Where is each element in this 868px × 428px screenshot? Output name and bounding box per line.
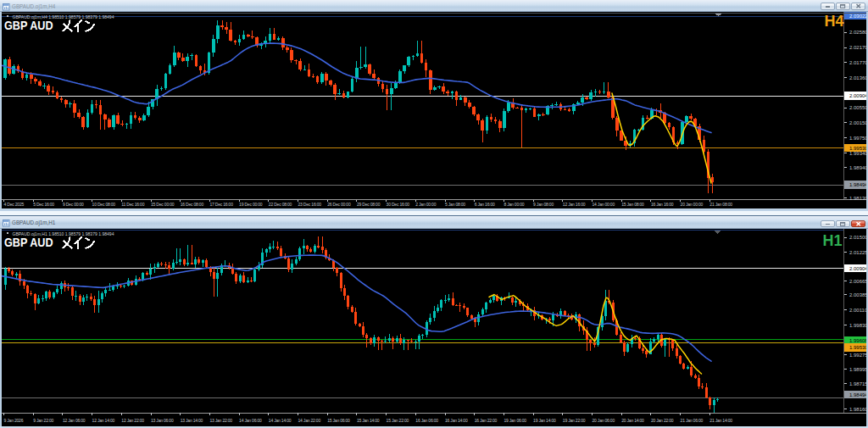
svg-text:12 Jan 14:00: 12 Jan 14:00	[92, 418, 115, 423]
svg-text:20 Jan 22:00: 20 Jan 22:00	[651, 418, 674, 423]
svg-text:1.99275: 1.99275	[849, 352, 866, 357]
svg-text:H1: H1	[822, 231, 842, 248]
svg-text:1.99530: 1.99530	[849, 146, 866, 151]
svg-text:9 Jan 2026: 9 Jan 2026	[4, 418, 24, 423]
svg-text:19 Jan 06:00: 19 Jan 06:00	[504, 418, 526, 423]
svg-text:12 Jan 06:00: 12 Jan 06:00	[63, 418, 86, 423]
svg-text:5 Dec 16:00: 5 Dec 16:00	[33, 202, 54, 207]
svg-text:2.00665: 2.00665	[849, 278, 866, 283]
svg-text:5 Jan 08:00: 5 Jan 08:00	[445, 202, 465, 207]
svg-text:2.03022: 2.03022	[849, 14, 866, 19]
svg-text:13 Jan 22:00: 13 Jan 22:00	[209, 418, 232, 423]
svg-text:15 Jan 14:00: 15 Jan 14:00	[357, 418, 380, 423]
svg-text:2.01500: 2.01500	[849, 235, 866, 240]
svg-text:1.98995: 1.98995	[849, 366, 866, 371]
svg-text:14 Jan 00:00: 14 Jan 00:00	[593, 202, 615, 207]
svg-text:4 Dec 2025: 4 Dec 2025	[4, 202, 25, 207]
svg-text:1.98494: 1.98494	[849, 392, 866, 397]
svg-text:2.01360: 2.01360	[849, 75, 866, 81]
svg-text:8 Jan 00:00: 8 Jan 00:00	[504, 202, 524, 207]
svg-text:19 Jan 22:00: 19 Jan 22:00	[563, 418, 586, 423]
svg-text:23 Dec 16:00: 23 Dec 16:00	[298, 202, 322, 207]
svg-text:2.01770: 2.01770	[849, 60, 866, 65]
svg-text:14 Jan 22:00: 14 Jan 22:00	[298, 418, 321, 423]
svg-text:H4: H4	[824, 13, 843, 30]
svg-text:1.98940: 1.98940	[849, 165, 866, 170]
svg-text:2.01225: 2.01225	[849, 249, 866, 254]
svg-text:16 Jan 16:00: 16 Jan 16:00	[651, 202, 674, 207]
svg-text:2 Jan 00:00: 2 Jan 00:00	[415, 202, 436, 207]
svg-text:9 Jan 22:00: 9 Jan 22:00	[33, 418, 53, 423]
svg-text:1.99750: 1.99750	[849, 136, 866, 141]
svg-text:2.00385: 2.00385	[849, 292, 866, 297]
svg-text:16 Jan 14:00: 16 Jan 14:00	[445, 418, 468, 423]
svg-text:9 Jan 08:00: 9 Jan 08:00	[533, 202, 554, 207]
svg-text:6 Jan 16:00: 6 Jan 16:00	[475, 202, 495, 207]
svg-text:2.00904: 2.00904	[849, 93, 866, 98]
svg-text:13 Jan 06:00: 13 Jan 06:00	[151, 418, 174, 423]
svg-text:15 Jan 06:00: 15 Jan 06:00	[327, 418, 350, 423]
svg-text:13 Jan 14:00: 13 Jan 14:00	[181, 418, 203, 423]
svg-text:19 Jan 14:00: 19 Jan 14:00	[533, 418, 556, 423]
svg-text:17 Dec 16:00: 17 Dec 16:00	[209, 202, 233, 207]
svg-text:GBP AUD: GBP AUD	[4, 18, 53, 32]
svg-text:2.00110: 2.00110	[849, 307, 866, 312]
svg-text:22 Dec 08:00: 22 Dec 08:00	[269, 202, 292, 207]
svg-text:1.98160: 1.98160	[849, 406, 866, 411]
svg-text:15 Dec 00:00: 15 Dec 00:00	[151, 202, 175, 207]
svg-text:14 Jan 06:00: 14 Jan 06:00	[239, 418, 262, 423]
svg-text:21 Jan 08:00: 21 Jan 08:00	[709, 202, 732, 207]
svg-text:14 Jan 14:00: 14 Jan 14:00	[269, 418, 292, 423]
svg-text:GBP AUD: GBP AUD	[4, 235, 53, 249]
svg-text:16 Dec 08:00: 16 Dec 08:00	[181, 202, 204, 207]
svg-text:2.02170: 2.02170	[849, 45, 866, 50]
svg-text:12 Jan 16:00: 12 Jan 16:00	[563, 202, 586, 207]
svg-text:15 Jan 22:00: 15 Jan 22:00	[387, 418, 409, 423]
svg-text:20 Jan 00:00: 20 Jan 00:00	[681, 202, 704, 207]
svg-text:29 Dec 08:00: 29 Dec 08:00	[357, 202, 381, 207]
svg-text:2.00550: 2.00550	[849, 105, 866, 110]
svg-text:10 Dec 08:00: 10 Dec 08:00	[92, 202, 116, 207]
svg-text:2.00150: 2.00150	[849, 120, 866, 125]
svg-text:1.98130: 1.98130	[849, 196, 866, 201]
svg-text:11 Dec 16:00: 11 Dec 16:00	[121, 202, 144, 207]
svg-text:16 Jan 22:00: 16 Jan 22:00	[475, 418, 498, 423]
svg-text:9 Dec 00:00: 9 Dec 00:00	[63, 202, 84, 207]
svg-text:16 Jan 06:00: 16 Jan 06:00	[415, 418, 438, 423]
svg-text:1.99530: 1.99530	[849, 345, 866, 350]
svg-text:2.02580: 2.02580	[849, 30, 866, 35]
svg-text:12 Jan 22:00: 12 Jan 22:00	[121, 418, 144, 423]
svg-text:21 Jan 06:00: 21 Jan 06:00	[681, 418, 704, 423]
svg-text:20 Jan 06:00: 20 Jan 06:00	[593, 418, 615, 423]
svg-text:26 Dec 00:00: 26 Dec 00:00	[327, 202, 351, 207]
svg-text:2.00904: 2.00904	[849, 265, 866, 270]
svg-text:20 Jan 14:00: 20 Jan 14:00	[621, 418, 644, 423]
svg-text:30 Dec 16:00: 30 Dec 16:00	[387, 202, 410, 207]
svg-text:1.99608: 1.99608	[849, 337, 866, 342]
svg-text:15 Jan 08:00: 15 Jan 08:00	[621, 202, 644, 207]
svg-text:21 Jan 14:00: 21 Jan 14:00	[709, 418, 732, 423]
svg-text:1.98494: 1.98494	[849, 182, 866, 187]
svg-text:1.98715: 1.98715	[849, 381, 866, 386]
svg-text:19 Dec 00:00: 19 Dec 00:00	[239, 202, 263, 207]
svg-text:1.99830: 1.99830	[849, 322, 866, 327]
